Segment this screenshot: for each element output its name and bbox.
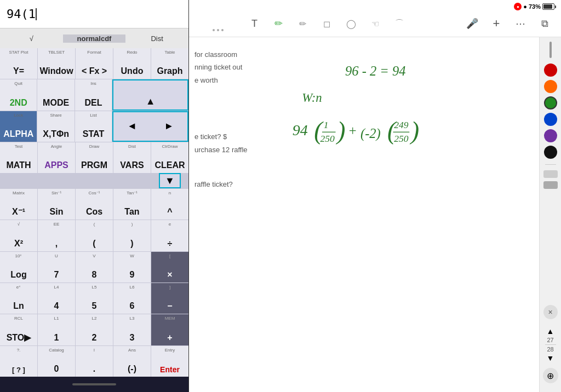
calc-btn-sin[interactable]: Sin⁻¹ Sin xyxy=(38,189,75,220)
page-divider xyxy=(545,344,556,345)
calc-btn-statplot[interactable]: STAT Plot Y= xyxy=(0,48,37,79)
calc-btn-prgm[interactable]: Draw PRGM xyxy=(76,142,113,173)
btn-7-label: 7 xyxy=(54,270,59,279)
page-up-button[interactable]: ▲ xyxy=(547,327,554,336)
top-label-dist[interactable]: Dist xyxy=(125,34,188,43)
close-button[interactable]: × xyxy=(543,305,558,319)
text-line-2: nning ticket out xyxy=(194,61,293,73)
color-purple[interactable] xyxy=(544,129,557,142)
calc-btn-pow[interactable]: n ^ xyxy=(151,189,188,220)
pages-button[interactable]: ⧉ xyxy=(537,16,552,31)
calc-btn-apps[interactable]: Angle APPS xyxy=(38,142,75,173)
calc-nav-lr[interactable]: ◄ ► xyxy=(112,111,188,142)
calc-btn-mult[interactable]: [ × xyxy=(151,252,188,283)
tool-control-1[interactable] xyxy=(543,170,558,178)
calc-btn-6[interactable]: L6 6 xyxy=(113,283,151,314)
btn-left-arrow[interactable]: ◄ xyxy=(127,120,137,132)
calc-btn-mode[interactable]: MODE xyxy=(37,79,74,110)
calc-btn-xinv[interactable]: Matrix X⁻¹ xyxy=(0,189,37,220)
add-button[interactable]: + xyxy=(489,16,504,31)
color-orange[interactable] xyxy=(544,80,557,93)
color-green[interactable] xyxy=(544,96,557,109)
page-number-1: 27 xyxy=(547,337,553,343)
top-label-normalcdf[interactable]: normalcdf xyxy=(63,34,126,43)
calc-btn-alpha[interactable]: Lock ALPHA xyxy=(0,111,37,142)
btn-statplot-sub: STAT Plot xyxy=(9,50,28,55)
calc-btn-4[interactable]: L4 4 xyxy=(38,283,75,314)
page-number-2: 28 xyxy=(547,346,553,353)
calc-btn-fx[interactable]: Format < Fx > xyxy=(76,48,113,79)
calc-btn-sto[interactable]: RCL STO▶ xyxy=(0,314,37,345)
calc-btn-tan[interactable]: Tan⁻¹ Tan xyxy=(113,189,151,220)
page-down-button[interactable]: ▼ xyxy=(547,354,554,362)
color-sidebar: × ▲ 27 28 ▼ ⊕ xyxy=(539,37,561,392)
calc-btn-comma[interactable]: EE , xyxy=(38,220,75,251)
calc-btn-log[interactable]: 10ˣ Log xyxy=(0,252,37,283)
calc-btn-xtn[interactable]: Share X,TΦn xyxy=(37,111,74,142)
calc-btn-ln[interactable]: eˣ Ln xyxy=(0,283,37,314)
btn-3-label: 3 xyxy=(130,333,135,342)
calc-btn-3[interactable]: L3 3 xyxy=(113,314,151,345)
calc-btn-2nd[interactable]: Quit 2ND xyxy=(0,79,37,110)
calc-btn-8[interactable]: V 8 xyxy=(76,252,113,283)
calc-btn-5[interactable]: L5 5 xyxy=(76,283,113,314)
btn-apps-label: APPS xyxy=(44,161,68,170)
finger-tool-button[interactable]: ☜ xyxy=(368,16,383,31)
btn-down-arrow-container[interactable]: ▼ xyxy=(159,173,181,188)
toolbar-dot-3 xyxy=(221,29,224,31)
calc-btn-nav-up[interactable]: ▲ xyxy=(112,79,188,110)
calc-btn-1[interactable]: L1 1 xyxy=(38,314,75,345)
calc-btn-9[interactable]: W 9 xyxy=(113,252,151,283)
eraser-tool-button[interactable]: ◻ xyxy=(319,16,335,31)
calc-btn-window[interactable]: TBLSET Window xyxy=(38,48,75,79)
calc-btn-undo[interactable]: Redo Undo xyxy=(113,48,151,79)
btn-8-label: 8 xyxy=(92,270,97,279)
record-dot: ● xyxy=(517,4,519,9)
calc-display: 94(1 xyxy=(0,0,188,28)
calc-btn-help[interactable]: ?. [ ? ] xyxy=(0,346,37,377)
tool-control-2[interactable] xyxy=(543,181,558,189)
calc-btn-2[interactable]: L2 2 xyxy=(76,314,113,345)
calc-btn-lparen[interactable]: ( ( xyxy=(76,220,113,251)
calc-btn-graph[interactable]: Table Graph xyxy=(151,48,188,79)
calc-btn-del[interactable]: Ins DEL xyxy=(75,79,112,110)
highlight-tool-button[interactable]: ✏ xyxy=(295,16,311,31)
calc-btn-neg[interactable]: Ans (-) xyxy=(113,346,151,377)
ear-tool-button[interactable]: ⌒ xyxy=(392,16,407,31)
btn-right-arrow[interactable]: ► xyxy=(164,120,174,132)
calc-btn-enter[interactable]: Entry Enter xyxy=(151,346,188,377)
calc-btn-math[interactable]: Test MATH xyxy=(0,142,37,173)
svg-text:W:n: W:n xyxy=(302,91,322,105)
mic-button[interactable]: 🎤 xyxy=(465,16,480,31)
color-black[interactable] xyxy=(544,146,557,159)
calc-btn-divide[interactable]: e ÷ xyxy=(151,220,188,251)
svg-text:+: + xyxy=(348,123,357,138)
calc-btn-minus[interactable]: ] − xyxy=(151,283,188,314)
text-tool-button[interactable]: T xyxy=(247,16,262,31)
top-label-sqrt[interactable]: √ xyxy=(0,34,63,43)
btn-up-arrow: ▲ xyxy=(146,96,156,106)
calc-btn-stat[interactable]: List STAT xyxy=(75,111,112,142)
color-blue[interactable] xyxy=(544,113,557,126)
btn-math-sub: Test xyxy=(15,144,23,149)
calc-btn-dot[interactable]: l . xyxy=(76,346,113,377)
text-line-1: for classroom xyxy=(194,48,293,61)
calc-btn-clear[interactable]: ClrDraw CLEAR ▼ xyxy=(151,142,188,173)
calc-btn-cos[interactable]: Cos⁻¹ Cos xyxy=(76,189,113,220)
btn-xtn-label: X,TΦn xyxy=(43,130,69,139)
color-red[interactable] xyxy=(544,64,557,77)
lasso-tool-button[interactable]: ◯ xyxy=(344,16,359,31)
calc-btn-vars[interactable]: Dist VARS xyxy=(113,142,151,173)
calc-btn-0[interactable]: Catalog 0 xyxy=(38,346,75,377)
calc-btn-xsq[interactable]: √ X² xyxy=(0,220,37,251)
calc-btn-plus[interactable]: MEM + xyxy=(151,314,188,345)
calc-btn-7[interactable]: U 7 xyxy=(38,252,75,283)
record-indicator: ● xyxy=(514,3,522,10)
calc-btn-rparen[interactable]: ) ) xyxy=(113,220,151,251)
zoom-button[interactable]: ⊕ xyxy=(543,368,558,383)
pencil-tool-button[interactable]: ✏ xyxy=(271,16,287,31)
btn-log-label: Log xyxy=(10,270,26,279)
svg-text:94: 94 xyxy=(293,122,308,139)
btn-divide-label: ÷ xyxy=(168,239,173,248)
more-button[interactable]: ⋯ xyxy=(513,16,528,31)
